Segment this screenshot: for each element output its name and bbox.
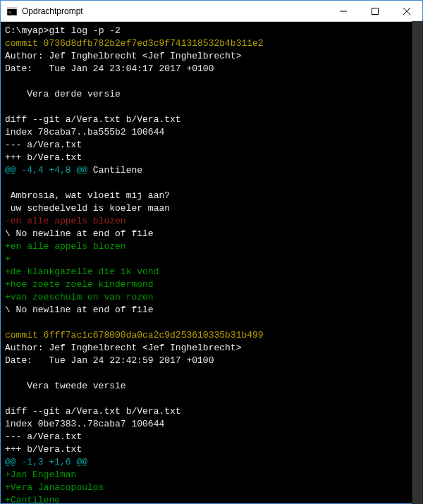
diff-addition: + <box>5 253 418 266</box>
diff-deletion: -en alle appels blozen <box>5 215 418 228</box>
scrollbar-thumb[interactable] <box>412 21 422 504</box>
terminal-body[interactable]: C:\myap>git log -p -2 commit 0736d8dfb78… <box>1 22 422 503</box>
diff-addition: +de klankgazelle die ik vond <box>5 266 418 278</box>
blank-line <box>5 393 418 405</box>
blank-line <box>5 177 418 190</box>
commit-message: Vera derde versie <box>5 88 418 101</box>
diff-no-newline: \ No newline at end of file <box>5 304 418 316</box>
commit-message: Vera tweede versie <box>5 380 418 393</box>
prompt-cmd: git log -p -2 <box>49 25 120 36</box>
diff-minus-file: --- a/Vera.txt <box>5 139 418 152</box>
titlebar[interactable]: >_ Opdrachtprompt <box>1 1 422 22</box>
blank-line <box>5 316 418 329</box>
diff-index: index 0be7383..78caba7 100644 <box>5 418 418 431</box>
hunk-context: Cantilene <box>87 165 142 176</box>
diff-plus-file: +++ b/Vera.txt <box>5 443 418 456</box>
diff-addition: +Cantilene <box>5 494 418 503</box>
svg-rect-1 <box>7 7 17 9</box>
commit-hash: commit 6fff7ac1c678000da0ca2c9d253610335… <box>5 329 418 342</box>
diff-no-newline: \ No newline at end of file <box>5 228 418 240</box>
diff-addition: +Jan Engelman <box>5 469 418 481</box>
svg-text:>_: >_ <box>8 10 15 16</box>
commit-hash: commit 0736d8dfb782b2ef7ed3c9f741318532b… <box>5 37 418 50</box>
commit-author: Author: Jef Inghelbrecht <Jef Inghelbrec… <box>5 342 418 355</box>
diff-context: Ambrosia, wat vloeit mij aan? <box>5 190 418 202</box>
app-icon: >_ <box>6 6 18 17</box>
commit-author: Author: Jef Inghelbrecht <Jef Inghelbrec… <box>5 50 418 63</box>
diff-hunk: @@ -1,3 +1,6 @@ <box>5 456 418 469</box>
diff-addition: +en alle appels blozen <box>5 240 418 253</box>
diff-plus-file: +++ b/Vera.txt <box>5 152 418 164</box>
diff-context: uw schedelveld is koeler maan <box>5 202 418 215</box>
commit-date: Date: Tue Jan 24 23:04:17 2017 +0100 <box>5 63 418 75</box>
blank-line <box>5 101 418 113</box>
diff-addition: +hoe zoete zoele kindermond <box>5 278 418 291</box>
terminal-window: >_ Opdrachtprompt C:\myap>git log -p -2 … <box>0 0 423 504</box>
minimize-button[interactable] <box>327 1 359 21</box>
diff-header: diff --git a/Vera.txt b/Vera.txt <box>5 113 418 126</box>
prompt-line: C:\myap>git log -p -2 <box>5 25 418 37</box>
blank-line <box>5 367 418 380</box>
window-title: Opdrachtprompt <box>22 6 327 16</box>
close-button[interactable] <box>391 1 422 21</box>
diff-addition: +van zeeschuim en van rozen <box>5 291 418 304</box>
diff-index: index 78caba7..ba555b2 100644 <box>5 126 418 139</box>
diff-hunk: @@ -4,4 +4,8 @@ Cantilene <box>5 164 418 177</box>
commit-date: Date: Tue Jan 24 22:42:59 2017 +0100 <box>5 355 418 367</box>
diff-addition: +Vera Janacopoulos <box>5 481 418 494</box>
hunk-range: @@ -4,4 +4,8 @@ <box>5 165 87 176</box>
svg-rect-4 <box>372 8 378 14</box>
maximize-button[interactable] <box>359 1 391 21</box>
scrollbar[interactable] <box>412 21 423 504</box>
diff-header: diff --git a/Vera.txt b/Vera.txt <box>5 405 418 418</box>
prompt-path: C:\myap> <box>5 25 49 36</box>
blank-line <box>5 75 418 88</box>
diff-minus-file: --- a/Vera.txt <box>5 431 418 443</box>
window-controls <box>327 1 422 21</box>
